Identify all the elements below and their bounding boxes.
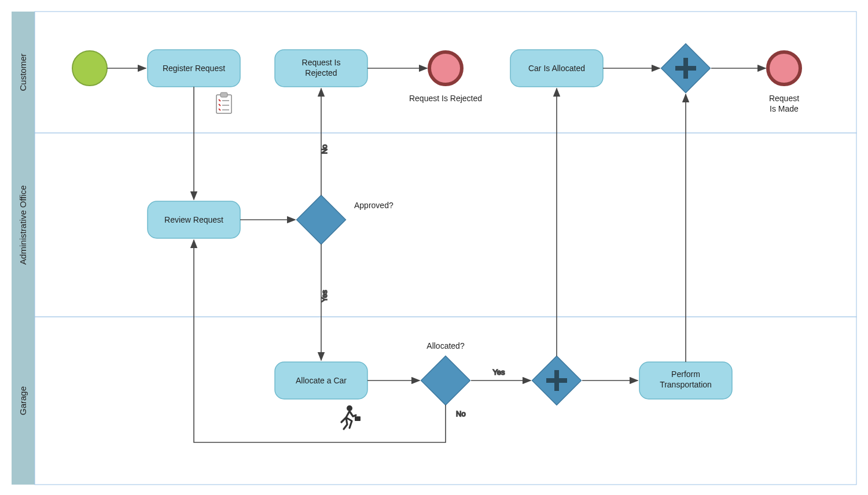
svg-point-13 xyxy=(768,52,800,84)
edge-label-no-down: No xyxy=(456,409,466,418)
task-car-allocated: Car Is Allocated xyxy=(510,50,603,87)
lane-label-admin: Administrative Office xyxy=(18,185,28,264)
svg-rect-2 xyxy=(216,95,231,113)
task-request-rejected: Request Is Rejected xyxy=(275,50,367,87)
task-label: Register Request xyxy=(163,64,225,73)
end-event-label-line1: Request xyxy=(769,94,799,103)
task-perform-transport: Perform Transportation xyxy=(639,362,732,399)
gateway-label: Allocated? xyxy=(426,341,465,350)
edge-label-yes-down: Yes xyxy=(320,290,329,302)
lane-label-customer: Customer xyxy=(18,53,28,91)
svg-rect-3 xyxy=(220,93,227,97)
start-event xyxy=(72,51,107,86)
edge-label-no: No xyxy=(320,145,329,154)
end-event-label: Request Is Rejected xyxy=(409,94,482,103)
end-event-label-line2: Is Made xyxy=(770,104,799,113)
task-label: Review Request xyxy=(164,215,223,224)
svg-point-0 xyxy=(72,51,107,86)
task-label: Allocate a Car xyxy=(296,376,347,385)
task-label: Car Is Allocated xyxy=(528,64,585,73)
edge-label-yes-right: Yes xyxy=(492,368,505,376)
task-review-request: Review Request xyxy=(148,201,240,238)
clipboard-icon xyxy=(216,93,231,113)
lanes-container: Customer Administrative Office Garage xyxy=(12,12,856,485)
gateway-label: Approved? xyxy=(354,201,393,210)
svg-rect-18 xyxy=(355,416,361,421)
svg-point-8 xyxy=(429,52,462,84)
task-label-line1: Perform xyxy=(671,370,700,379)
task-label-line1: Request Is xyxy=(302,58,341,67)
task-label-line2: Rejected xyxy=(305,68,337,77)
task-allocate-car: Allocate a Car xyxy=(275,362,367,399)
lane-label-garage: Garage xyxy=(18,386,28,415)
task-label-line2: Transportation xyxy=(660,380,712,389)
task-register-request: Register Request xyxy=(148,50,240,87)
